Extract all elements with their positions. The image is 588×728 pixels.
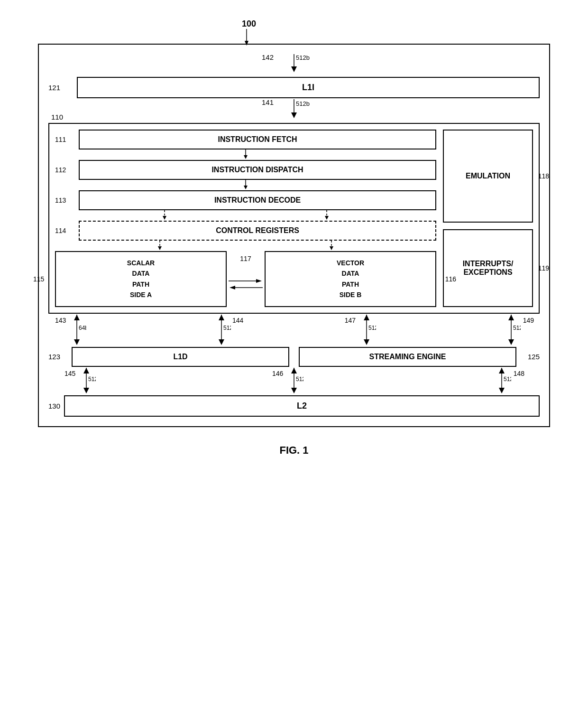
box-scalar: 115 SCALARDATAPATHSIDE A — [55, 251, 227, 307]
label-111: 111 — [55, 136, 79, 143]
svg-marker-33 — [364, 339, 369, 345]
svg-text:512b: 512b — [368, 325, 376, 331]
label-117: 117 — [240, 255, 251, 262]
label-147: 147 — [345, 317, 356, 324]
svg-marker-37 — [508, 339, 514, 345]
svg-marker-21 — [256, 279, 262, 283]
svg-marker-41 — [83, 388, 89, 393]
svg-marker-13 — [163, 216, 166, 220]
svg-marker-45 — [291, 388, 297, 393]
label-114: 114 — [55, 227, 79, 234]
label-144: 144 — [232, 317, 243, 324]
label-123: 123 — [48, 353, 60, 361]
svg-marker-42 — [83, 368, 89, 373]
svg-text:512b: 512b — [513, 325, 521, 331]
svg-marker-25 — [74, 339, 80, 345]
box-instruction-dispatch: INSTRUCTION DISPATCH — [79, 160, 436, 180]
label-112: 112 — [55, 166, 79, 174]
svg-text:512b: 512b — [296, 54, 310, 61]
svg-text:512b: 512b — [296, 100, 310, 107]
svg-text:512b: 512b — [223, 325, 231, 331]
l2-row: 130 L2 — [48, 395, 540, 417]
figure-caption: FIG. 1 — [38, 444, 550, 457]
l1d-se-row: 123 L1D STREAMING ENGINE 125 — [48, 347, 540, 367]
box-instruction-decode: INSTRUCTION DECODE — [79, 190, 436, 210]
label-149: 149 — [523, 317, 534, 324]
box-control-registers: CONTROL REGISTERS — [79, 221, 436, 241]
diagram-container: 100 142 512b 121 L1I — [38, 19, 550, 457]
svg-text:512b: 512b — [296, 376, 303, 383]
svg-marker-3 — [291, 66, 297, 72]
label-118: 118 — [538, 172, 549, 180]
label-119: 119 — [538, 264, 549, 272]
svg-marker-34 — [364, 315, 369, 320]
box-vector: 116 VECTORDATAPATHSIDE B — [265, 251, 436, 307]
box-interrupts: INTERRUPTS/ EXCEPTIONS — [443, 229, 533, 307]
box-se: STREAMING ENGINE — [299, 347, 516, 367]
svg-marker-26 — [74, 315, 80, 320]
svg-marker-15 — [325, 216, 329, 220]
box-l1i: L1I — [77, 77, 540, 98]
label-110: 110 — [51, 113, 63, 121]
label-113: 113 — [55, 196, 79, 204]
svg-marker-30 — [219, 315, 224, 320]
l1i-row: 121 L1I — [48, 77, 540, 98]
label-125: 125 — [528, 353, 540, 361]
svg-marker-9 — [244, 155, 248, 159]
label-130: 130 — [48, 402, 60, 410]
label-143: 143 — [55, 317, 66, 324]
label-121-ref: 121 — [48, 84, 77, 92]
svg-text:64b: 64b — [79, 325, 86, 331]
label-142: 142 — [262, 53, 274, 61]
svg-marker-49 — [499, 388, 505, 393]
svg-marker-46 — [291, 368, 297, 373]
label-145: 145 — [64, 370, 75, 377]
svg-marker-38 — [508, 315, 514, 320]
svg-marker-19 — [330, 246, 333, 250]
label-141: 141 — [262, 98, 274, 106]
svg-marker-6 — [291, 112, 297, 118]
box-l1d: L1D — [72, 347, 289, 367]
box-instruction-fetch: INSTRUCTION FETCH — [79, 130, 436, 149]
svg-text:512b: 512b — [504, 376, 511, 383]
svg-marker-11 — [244, 186, 248, 189]
label-146: 146 — [272, 370, 283, 377]
outer-box: 142 512b 121 L1I 141 — [38, 44, 550, 427]
svg-marker-17 — [158, 246, 162, 250]
label-115: 115 — [33, 275, 44, 283]
svg-text:512b: 512b — [88, 376, 96, 383]
svg-marker-23 — [230, 286, 235, 289]
svg-marker-29 — [219, 339, 224, 345]
label-148: 148 — [514, 370, 524, 377]
svg-marker-50 — [499, 368, 505, 373]
box-emulation: EMULATION — [443, 130, 533, 223]
core-box: 111 INSTRUCTION FETCH 112 INSTRUCTION DI — [48, 123, 540, 314]
box-l2: L2 — [64, 395, 540, 417]
